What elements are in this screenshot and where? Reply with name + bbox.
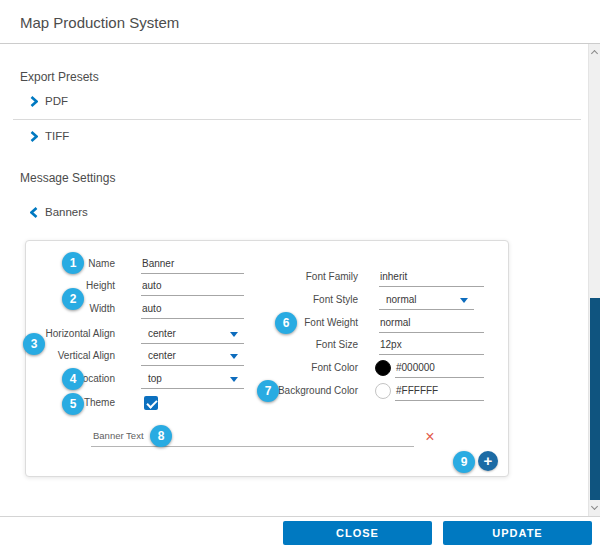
font-family-field — [379, 267, 484, 287]
font-style-select[interactable]: normal — [379, 290, 474, 310]
location-select[interactable]: top — [141, 369, 244, 389]
location-value: top — [148, 373, 162, 384]
font-size-field — [379, 335, 484, 355]
export-presets-heading: Export Presets — [20, 70, 99, 84]
width-field — [141, 299, 244, 319]
name-input[interactable] — [141, 255, 244, 274]
chevron-left-icon — [30, 207, 38, 218]
scrollbar-thumb[interactable] — [590, 298, 600, 500]
horizontal-align-value: center — [148, 328, 176, 339]
vertical-align-select[interactable]: center — [141, 346, 244, 366]
banner-text-field — [91, 427, 414, 447]
callout-9: 9 — [453, 451, 475, 473]
height-field — [141, 276, 244, 296]
font-weight-input[interactable] — [379, 314, 484, 333]
callout-7: 7 — [257, 380, 279, 402]
font-size-label: Font Size — [258, 339, 358, 351]
preset-divider — [13, 119, 581, 120]
chevron-down-icon — [230, 354, 238, 359]
font-weight-field — [379, 313, 484, 333]
footer-divider — [0, 516, 600, 517]
banner-settings-panel: Name Height Width Horizontal Align Verti… — [25, 240, 509, 477]
banner-text-input[interactable] — [91, 428, 414, 447]
map-production-dialog: Map Production System Export Presets PDF… — [0, 0, 600, 557]
callout-4: 4 — [62, 368, 84, 390]
font-family-label: Font Family — [258, 271, 358, 283]
preset-tiff-label: TIFF — [45, 130, 69, 142]
font-color-label: Font Color — [258, 362, 358, 374]
font-style-label: Font Style — [258, 294, 358, 306]
preset-pdf-label: PDF — [45, 95, 68, 107]
name-field — [141, 254, 244, 274]
chevron-right-icon — [30, 131, 38, 142]
chevron-right-icon — [30, 96, 38, 107]
back-to-banners-link[interactable]: Banners — [30, 205, 88, 219]
background-color-swatch[interactable] — [375, 383, 391, 399]
background-color-value[interactable]: #FFFFFF — [395, 381, 484, 401]
back-banners-label: Banners — [45, 206, 88, 218]
callout-3: 3 — [23, 333, 45, 355]
close-button[interactable]: CLOSE — [283, 521, 432, 545]
font-weight-label: Font Weight — [258, 317, 358, 329]
scroll-up-arrow-icon[interactable] — [591, 50, 598, 57]
font-color-value[interactable]: #000000 — [395, 358, 484, 378]
chevron-down-icon — [230, 332, 238, 337]
scroll-down-arrow-icon[interactable] — [591, 503, 598, 510]
callout-6: 6 — [275, 312, 297, 334]
page-title: Map Production System — [20, 14, 179, 31]
theme-checkbox[interactable] — [144, 396, 158, 410]
scrollbar-track[interactable] — [588, 44, 600, 516]
preset-tiff-expander[interactable]: TIFF — [30, 129, 69, 143]
font-color-swatch[interactable] — [375, 360, 391, 376]
chevron-down-icon — [230, 377, 238, 382]
font-family-input[interactable] — [379, 268, 484, 287]
font-style-value: normal — [386, 294, 417, 305]
update-button[interactable]: UPDATE — [443, 521, 592, 545]
callout-2: 2 — [62, 288, 84, 310]
callout-1: 1 — [62, 252, 84, 274]
remove-banner-button[interactable]: × — [420, 427, 440, 447]
add-banner-button[interactable]: + — [478, 451, 498, 471]
callout-8: 8 — [150, 425, 172, 447]
horizontal-align-select[interactable]: center — [141, 324, 244, 344]
font-color-field: #000000 — [375, 358, 484, 378]
header-divider — [0, 43, 600, 44]
chevron-down-icon — [460, 298, 468, 303]
message-settings-heading: Message Settings — [20, 171, 115, 185]
height-input[interactable] — [141, 277, 244, 296]
background-color-field: #FFFFFF — [375, 381, 484, 401]
width-input[interactable] — [141, 300, 244, 319]
vertical-align-value: center — [148, 350, 176, 361]
font-size-input[interactable] — [379, 336, 484, 355]
callout-5: 5 — [62, 393, 84, 415]
preset-pdf-expander[interactable]: PDF — [30, 94, 68, 108]
